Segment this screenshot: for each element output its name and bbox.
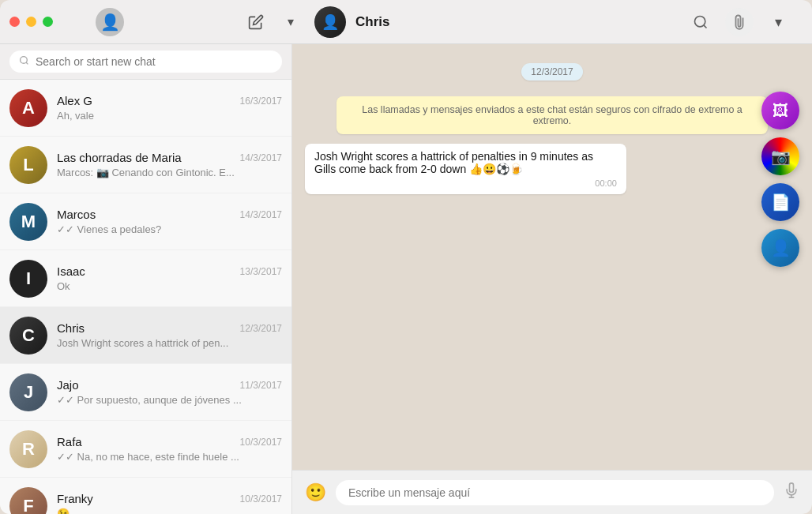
chat-info-chris: Chris 12/3/2017 Josh Wright scores a hat… (57, 321, 282, 349)
chat-item-marcos[interactable]: M Marcos 14/3/2017 ✓✓ Vienes a pedales? (0, 193, 291, 250)
dropdown-icon[interactable]: ▾ (280, 11, 302, 33)
avatar-jajo: J (9, 373, 47, 411)
message-input[interactable] (336, 480, 774, 505)
chat-time-isaac: 13/3/2017 (240, 266, 282, 277)
chat-item-rafa[interactable]: R Rafa 10/3/2017 ✓✓ Na, no me hace, este… (0, 421, 291, 478)
new-chat-icon[interactable] (245, 11, 267, 33)
search-bar (0, 44, 291, 80)
chat-info-marcos: Marcos 14/3/2017 ✓✓ Vienes a pedales? (57, 208, 282, 235)
chat-item-jajo[interactable]: J Jajo 11/3/2017 ✓✓ Por supuesto, aunque… (0, 364, 291, 421)
title-bar: ▾ 👤 Chris ▾ (0, 0, 812, 44)
chat-messages: 12/3/2017 Las llamadas y mensajes enviad… (292, 44, 812, 470)
chat-name: Chris (355, 14, 389, 30)
message-bubble: Josh Wright scores a hattrick of penalti… (305, 144, 626, 194)
chat-input-area: 🙂 (292, 470, 812, 514)
chat-info-isaac: Isaac 13/3/2017 Ok (57, 265, 282, 292)
emoji-button[interactable]: 🙂 (305, 482, 326, 503)
chat-name-chris: Chris (57, 321, 85, 335)
security-notice: Las llamadas y mensajes enviados a este … (336, 96, 768, 134)
avatar-isaac: I (9, 260, 47, 298)
chat-time-rafa: 10/3/2017 (240, 437, 282, 448)
title-bar-right: 👤 Chris ▾ (302, 6, 803, 38)
chat-name-isaac: Isaac (57, 265, 85, 278)
message-text: Josh Wright scores a hattrick of penalti… (314, 150, 593, 175)
main-layout: A Alex G 16/3/2017 Ah, vale L Las chorra… (0, 44, 812, 514)
date-badge: 12/3/2017 (521, 63, 582, 81)
chat-time-alex-g: 16/3/2017 (240, 96, 282, 107)
chat-item-alex-g[interactable]: A Alex G 16/3/2017 Ah, vale (0, 80, 291, 137)
chat-name-las-chorradas: Las chorradas de Maria (57, 151, 182, 164)
chat-info-jajo: Jajo 11/3/2017 ✓✓ Por supuesto, aunque d… (57, 378, 282, 406)
chat-area: 🖼📷📄👤 12/3/2017 Las llamadas y mensajes e… (292, 44, 812, 514)
svg-point-2 (21, 57, 28, 64)
fab-camera[interactable]: 📷 (761, 137, 799, 175)
avatar-las-chorradas: L (9, 146, 47, 184)
chat-preview-marcos: ✓✓ Vienes a pedales? (57, 223, 282, 235)
avatar-alex-g: A (9, 89, 47, 127)
chat-header-actions: ▾ (689, 8, 790, 36)
chat-item-las-chorradas[interactable]: L Las chorradas de Maria 14/3/2017 Marco… (0, 137, 291, 193)
chat-time-jajo: 11/3/2017 (240, 380, 282, 391)
chat-preview-rafa: ✓✓ Na, no me hace, este finde huele ... (57, 451, 282, 463)
chat-time-chris: 12/3/2017 (240, 323, 282, 334)
chat-header-avatar[interactable]: 👤 (314, 6, 346, 38)
avatar-chris: C (9, 317, 47, 355)
search-chat-icon[interactable] (689, 10, 712, 34)
chat-preview-las-chorradas: Marcos: 📷 Cenando con Gintonic. E... (57, 167, 282, 178)
title-bar-icons: ▾ (245, 11, 302, 33)
fab-photo[interactable]: 🖼 (761, 92, 799, 129)
minimize-button[interactable] (26, 17, 36, 27)
date-divider: 12/3/2017 (305, 63, 799, 81)
close-button[interactable] (9, 17, 20, 27)
chat-name-marcos: Marcos (57, 208, 96, 221)
search-input[interactable] (36, 55, 273, 68)
search-input-wrapper[interactable] (9, 51, 282, 73)
chat-preview-alex-g: Ah, vale (57, 110, 282, 122)
chat-info-alex-g: Alex G 16/3/2017 Ah, vale (57, 94, 282, 122)
message-time: 00:00 (314, 178, 617, 188)
sidebar: A Alex G 16/3/2017 Ah, vale L Las chorra… (0, 44, 292, 514)
attachment-icon[interactable] (720, 2, 760, 42)
avatar-rafa: R (9, 430, 47, 468)
chat-item-chris[interactable]: C Chris 12/3/2017 Josh Wright scores a h… (0, 307, 291, 364)
search-icon (19, 55, 29, 68)
chat-list: A Alex G 16/3/2017 Ah, vale L Las chorra… (0, 80, 291, 514)
chat-time-las-chorradas: 14/3/2017 (240, 152, 282, 163)
svg-line-1 (704, 24, 707, 28)
avatar-franky: F (9, 487, 47, 515)
traffic-lights (9, 17, 53, 27)
chat-info-rafa: Rafa 10/3/2017 ✓✓ Na, no me hace, este f… (57, 435, 282, 463)
fab-contact[interactable]: 👤 (761, 229, 799, 267)
user-avatar[interactable] (96, 8, 124, 36)
chat-time-franky: 10/3/2017 (240, 493, 282, 505)
svg-line-3 (26, 62, 28, 64)
chat-info-las-chorradas: Las chorradas de Maria 14/3/2017 Marcos:… (57, 151, 282, 178)
more-options-icon[interactable]: ▾ (766, 10, 790, 34)
avatar-marcos: M (9, 203, 47, 241)
svg-point-0 (695, 16, 705, 26)
chat-preview-franky: 😉 (57, 508, 282, 514)
fab-document[interactable]: 📄 (761, 183, 799, 221)
chat-item-franky[interactable]: F Franky 10/3/2017 😉 (0, 478, 291, 514)
chat-name-rafa: Rafa (57, 435, 82, 448)
chat-preview-jajo: ✓✓ Por supuesto, aunque de jóvenes ... (57, 394, 282, 406)
chat-item-isaac[interactable]: I Isaac 13/3/2017 Ok (0, 250, 291, 307)
maximize-button[interactable] (43, 17, 53, 27)
mic-button[interactable] (784, 482, 799, 502)
chat-time-marcos: 14/3/2017 (240, 209, 282, 220)
chat-info-franky: Franky 10/3/2017 😉 (57, 492, 282, 514)
chat-name-jajo: Jajo (57, 378, 79, 392)
app-container: ▾ 👤 Chris ▾ (0, 0, 812, 514)
chat-preview-chris: Josh Wright scores a hattrick of pen... (57, 337, 282, 349)
fab-container: 🖼📷📄👤 (761, 92, 799, 267)
chat-name-franky: Franky (57, 492, 93, 505)
title-bar-left: ▾ (9, 8, 302, 36)
chat-name-alex-g: Alex G (57, 94, 92, 107)
chat-preview-isaac: Ok (57, 280, 282, 292)
